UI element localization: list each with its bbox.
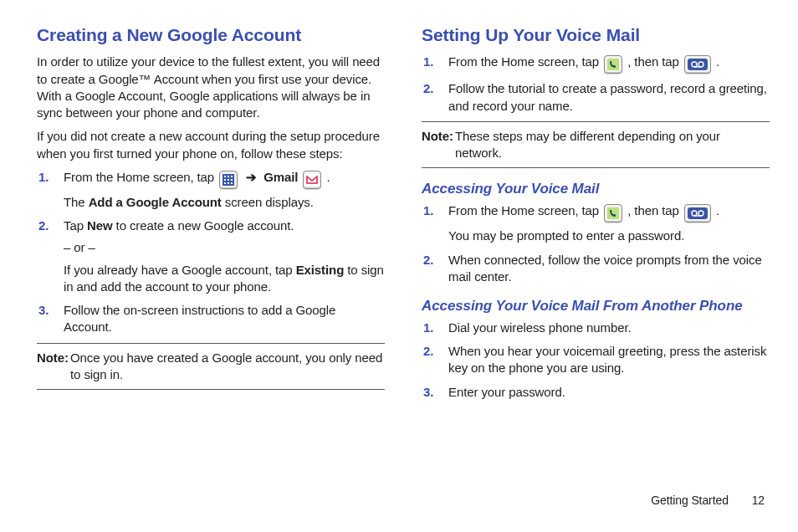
- step-text: Dial your wireless phone number.: [448, 320, 632, 335]
- step-2: 2. Follow the tutorial to create a passw…: [448, 80, 770, 115]
- step-text: From the Home screen, tap: [448, 54, 602, 69]
- apps-grid-icon: [219, 171, 238, 189]
- step-alt: If you already have a Google account, ta…: [64, 263, 296, 277]
- step-text-tail: to create a new Google account.: [113, 218, 294, 233]
- or-divider: – or –: [64, 239, 385, 256]
- svg-rect-8: [228, 182, 229, 184]
- step-number: 2.: [423, 80, 433, 97]
- step-number: 1.: [423, 202, 433, 219]
- left-column: Creating a New Google Account In order t…: [37, 23, 385, 407]
- steps-create-account: 1. From the Home screen, tap ➔ Gmail . T…: [37, 169, 385, 336]
- intro-para-1: In order to utilize your device to the f…: [37, 54, 385, 121]
- note-block: Note: These steps may be different depen…: [422, 121, 770, 169]
- note-block: Note: Once you have created a Google acc…: [37, 343, 385, 391]
- step-text: From the Home screen, tap: [448, 203, 602, 217]
- step-text: When you hear your voicemail greeting, p…: [448, 344, 766, 375]
- step-sub: The: [64, 195, 89, 209]
- step-number: 3.: [423, 384, 433, 401]
- subheading-access-other: Accessing Your Voice Mail From Another P…: [422, 297, 770, 316]
- step-3: 3. Enter your password.: [448, 384, 770, 401]
- steps-setup-vm: 1. From the Home screen, tap , then tap …: [422, 54, 770, 115]
- page-footer: Getting Started 12: [651, 493, 765, 509]
- step-2: 2. Tap New to create a new Google accoun…: [64, 217, 385, 295]
- step-text: Follow the on-screen instructions to add…: [64, 303, 335, 334]
- step-number: 3.: [38, 302, 49, 319]
- new-label: New: [87, 218, 113, 233]
- heading-create-account: Creating a New Google Account: [37, 23, 385, 47]
- step-2: 2. When you hear your voicemail greeting…: [448, 343, 770, 377]
- svg-rect-5: [228, 179, 229, 181]
- step-mid: , then tap: [627, 54, 683, 69]
- svg-rect-3: [231, 176, 233, 177]
- step-1: 1. From the Home screen, tap , then tap …: [448, 54, 770, 74]
- step-number: 1.: [423, 320, 433, 336]
- step-1: 1. From the Home screen, tap , then tap …: [448, 202, 770, 244]
- step-text-tail: .: [327, 170, 330, 184]
- step-1: 1. From the Home screen, tap ➔ Gmail . T…: [64, 169, 385, 211]
- voicemail-icon: [684, 204, 711, 223]
- heading-voicemail: Setting Up Your Voice Mail: [422, 23, 770, 47]
- step-number: 2.: [423, 343, 433, 360]
- voicemail-icon: [684, 55, 711, 74]
- step-tail: .: [716, 54, 719, 69]
- step-number: 1.: [423, 54, 433, 70]
- step-number: 1.: [38, 169, 49, 186]
- step-number: 2.: [423, 252, 433, 269]
- section-name: Getting Started: [651, 494, 729, 507]
- note-label: Note:: [37, 350, 69, 366]
- phone-icon: [604, 55, 622, 74]
- step-number: 2.: [38, 217, 49, 234]
- right-column: Setting Up Your Voice Mail 1. From the H…: [422, 23, 770, 407]
- svg-rect-11: [607, 59, 619, 70]
- gmail-label: Gmail: [263, 170, 298, 184]
- step-3: 3. Follow the on-screen instructions to …: [64, 302, 385, 336]
- step-mid: , then tap: [627, 203, 683, 217]
- svg-rect-9: [231, 182, 233, 184]
- intro-para-2: If you did not create a new account duri…: [37, 128, 385, 162]
- phone-icon: [604, 204, 622, 223]
- svg-rect-1: [224, 176, 226, 177]
- note-text: Once you have created a Google account, …: [70, 350, 382, 381]
- steps-access-vm: 1. From the Home screen, tap , then tap …: [422, 202, 770, 285]
- existing-label: Existing: [296, 263, 345, 277]
- svg-rect-10: [306, 174, 318, 186]
- step-text: Follow the tutorial to create a password…: [448, 81, 767, 112]
- svg-rect-17: [688, 207, 708, 219]
- step-text: Tap: [64, 218, 87, 233]
- step-tail: .: [716, 203, 719, 217]
- svg-rect-2: [228, 176, 229, 177]
- svg-rect-4: [224, 179, 226, 181]
- step-text: From the Home screen, tap: [64, 170, 217, 184]
- step-2: 2. When connected, follow the voice prom…: [448, 252, 770, 286]
- note-label: Note:: [422, 128, 453, 145]
- svg-rect-6: [231, 179, 233, 181]
- svg-rect-12: [688, 59, 708, 70]
- steps-access-other: 1. Dial your wireless phone number. 2. W…: [422, 320, 770, 401]
- gmail-icon: [303, 171, 321, 189]
- note-text: These steps may be different depending o…: [455, 129, 720, 160]
- svg-rect-7: [224, 182, 226, 184]
- step-sub-tail: screen displays.: [222, 195, 314, 209]
- arrow-icon: ➔: [246, 170, 260, 184]
- subheading-access-vm: Accessing Your Voice Mail: [422, 180, 770, 199]
- step-sub: You may be prompted to enter a password.: [448, 228, 684, 243]
- svg-rect-16: [607, 207, 619, 219]
- step-1: 1. Dial your wireless phone number.: [448, 320, 770, 336]
- step-text: When connected, follow the voice prompts…: [448, 253, 762, 284]
- step-sub-bold: Add a Google Account: [89, 195, 222, 209]
- step-text: Enter your password.: [448, 385, 565, 399]
- page-number: 12: [752, 494, 765, 507]
- manual-page: Creating a New Google Account In order t…: [0, 0, 798, 407]
